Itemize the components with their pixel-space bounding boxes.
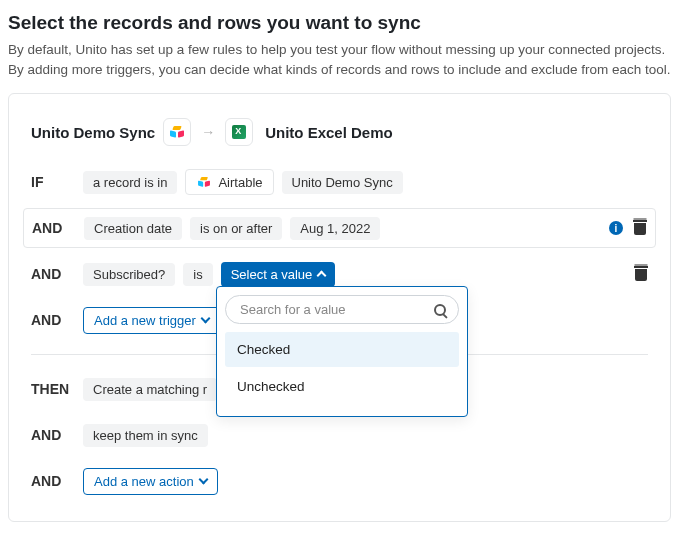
chip-container[interactable]: Unito Demo Sync	[282, 171, 403, 194]
add-action-button[interactable]: Add a new action	[83, 468, 218, 495]
op-and: AND	[31, 312, 75, 328]
chip-comparator-is[interactable]: is	[183, 263, 212, 286]
op-and: AND	[32, 220, 76, 236]
arrow-icon: →	[199, 124, 217, 140]
chip-action-sync[interactable]: keep them in sync	[83, 424, 208, 447]
chevron-up-icon	[317, 271, 327, 281]
chip-value-date[interactable]: Aug 1, 2022	[290, 217, 380, 240]
search-box[interactable]	[225, 295, 459, 324]
option-checked[interactable]: Checked	[225, 332, 459, 367]
trigger-row-if: IF a record is in Airtable Unito Demo Sy…	[31, 162, 648, 202]
action-row-sync: AND keep them in sync	[31, 415, 648, 455]
value-dropdown: Checked Unchecked	[216, 286, 468, 417]
chip-record-in[interactable]: a record is in	[83, 171, 177, 194]
action-row-add: AND Add a new action	[31, 461, 648, 501]
trigger-row-add: AND Add a new trigger Checked Unchecked	[31, 300, 648, 340]
select-value-label: Select a value	[231, 267, 313, 282]
airtable-icon	[163, 118, 191, 146]
chip-tool[interactable]: Airtable	[185, 169, 273, 195]
select-value-button[interactable]: Select a value	[221, 262, 336, 287]
search-input[interactable]	[238, 301, 434, 318]
op-and: AND	[31, 427, 75, 443]
add-action-label: Add a new action	[94, 474, 194, 489]
flow-source-name: Unito Demo Sync	[31, 124, 155, 141]
info-icon[interactable]: i	[609, 221, 623, 235]
op-if: IF	[31, 174, 75, 190]
trash-icon[interactable]	[634, 266, 648, 282]
chevron-down-icon	[198, 475, 208, 485]
add-trigger-button[interactable]: Add a new trigger	[83, 307, 220, 334]
op-and: AND	[31, 473, 75, 489]
flow-dest-name: Unito Excel Demo	[265, 124, 393, 141]
search-icon	[434, 304, 446, 316]
trash-icon[interactable]	[633, 220, 647, 236]
page-title: Select the records and rows you want to …	[8, 12, 671, 34]
op-and: AND	[31, 266, 75, 282]
page-subtitle: By default, Unito has set up a few rules…	[8, 40, 671, 79]
op-then: THEN	[31, 381, 75, 397]
chip-tool-label: Airtable	[218, 175, 262, 190]
chip-comparator-on-after[interactable]: is on or after	[190, 217, 282, 240]
trigger-row-creation-date: AND Creation date is on or after Aug 1, …	[23, 208, 656, 248]
chip-field-subscribed[interactable]: Subscribed?	[83, 263, 175, 286]
add-trigger-label: Add a new trigger	[94, 313, 196, 328]
option-unchecked[interactable]: Unchecked	[225, 369, 459, 404]
excel-icon	[225, 118, 253, 146]
chip-field-creation-date[interactable]: Creation date	[84, 217, 182, 240]
rules-card: Unito Demo Sync → Unito Excel Demo IF a …	[8, 93, 671, 522]
chip-action-create[interactable]: Create a matching r	[83, 378, 217, 401]
chevron-down-icon	[200, 314, 210, 324]
flow-header: Unito Demo Sync → Unito Excel Demo	[31, 112, 648, 152]
airtable-icon	[198, 175, 212, 189]
